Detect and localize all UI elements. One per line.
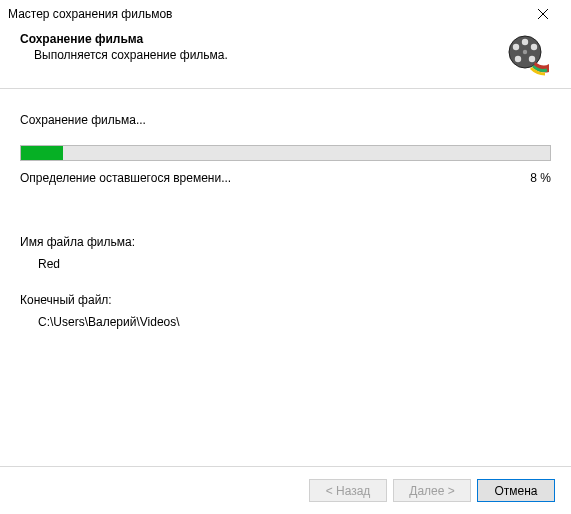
close-button[interactable] [523,2,563,26]
header-title: Сохранение фильма [20,32,495,46]
next-button: Далее > [393,479,471,502]
progress-percent: 8 % [530,171,551,185]
progress-bar [20,145,551,161]
wizard-header: Сохранение фильма Выполняется сохранение… [0,28,571,88]
progress-bar-fill [21,146,63,160]
filename-label: Имя файла фильма: [20,235,551,249]
destination-value: C:\Users\Валерий\Videos\ [20,315,551,329]
svg-point-7 [513,44,519,50]
window-title: Мастер сохранения фильмов [8,7,523,21]
titlebar: Мастер сохранения фильмов [0,0,571,28]
cancel-button[interactable]: Отмена [477,479,555,502]
wizard-footer: < Назад Далее > Отмена [0,466,571,514]
svg-point-3 [522,39,528,45]
svg-point-8 [523,50,527,54]
svg-point-6 [515,56,521,62]
filename-value: Red [20,257,551,271]
progress-status-label: Сохранение фильма... [20,113,551,127]
header-text: Сохранение фильма Выполняется сохранение… [20,32,495,62]
film-reel-icon [505,32,551,78]
close-icon [538,9,548,19]
header-subtitle: Выполняется сохранение фильма. [20,48,495,62]
content-area: Сохранение фильма... Определение оставше… [0,89,571,361]
svg-point-5 [529,56,535,62]
back-button: < Назад [309,479,387,502]
svg-point-4 [531,44,537,50]
progress-time-row: Определение оставшегося времени... 8 % [20,171,551,185]
time-remaining-label: Определение оставшегося времени... [20,171,231,185]
progress-bar-row [20,145,551,161]
destination-label: Конечный файл: [20,293,551,307]
